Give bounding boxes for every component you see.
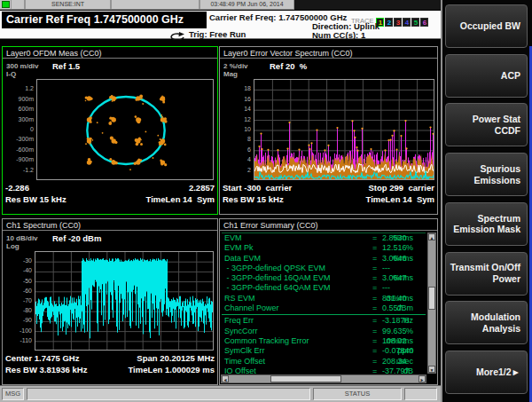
error-summary-panel[interactable]: Ch1 Error Summary (CC0) EVM=2.8530%rmsaE… [219,218,438,385]
metric-unit: m%rms [387,336,414,346]
res-bw-label: Res BW 3.81936 kHz [5,365,87,374]
equals-sign: = [372,357,377,367]
status-led-icon [2,1,10,8]
status-extra-cell [404,388,437,400]
metric-label: IQ Offset [224,367,256,374]
x-axis-labels: Start -300 carrier Stop 299 carrier [223,183,434,193]
equals-sign: = [372,367,377,374]
y-tick-label: -60 [3,288,32,294]
message-area [27,388,310,400]
error-summary-row: - 3GPP-defined 16QAM EVM=3.0647%rms [222,273,426,283]
horizontal-scrollbar[interactable]: ◄ ► [221,374,426,383]
ref-level-label: Ref -20 dBm [52,233,101,243]
error-summary-row: IQ Offset=-37.797dB [222,367,426,374]
equals-sign: = [372,346,377,356]
metric-unit: Hz [403,316,413,326]
time-len-label: TimeLen 1.000029 ms [128,365,215,374]
panel-footer: Res BW 15 kHz TimeLen 14 Sym [5,194,215,204]
menu-button-power-stat-ccdf[interactable]: Power Stat CCDF [445,103,528,146]
metric-unit: m%rms [387,294,414,303]
menu-button-acp[interactable]: ACP [445,54,528,98]
metric-label: Time Offset [224,357,265,367]
x-max-label: 2.2857 [189,183,215,193]
analyzer-screen: SENSE:INT 03:48:49 PM Jun 06, 2014 Carri… [0,0,532,402]
msg-label: MSG [2,388,24,400]
ofdm-meas-panel[interactable]: Layer0 OFDM Meas (CC0) 300 m/div Ref 1.5… [2,46,218,215]
x-axis-labels: Center 1.7475 GHz Span 20.20125 MHz [5,353,215,363]
y-tick-label: -40 [3,267,32,273]
error-vector-spectrum-plot [254,79,434,180]
active-function-readout: Carrier Ref Freq 1.747500000 GHz [2,12,207,28]
y-tick-label: 12 [220,116,251,122]
res-bw-label: Res BW 15 kHz [5,194,66,204]
y-tick-label: -100 [3,327,32,334]
y-tick-label: -110 [3,337,32,343]
measurement-grid: Layer0 OFDM Meas (CC0) 300 m/div Ref 1.5… [0,40,441,385]
softkey-menu: Occupied BWACPPower Stat CCDFSpurious Em… [441,0,532,402]
trace-5-indicator[interactable]: 5 [411,18,419,27]
vertical-scrollbar[interactable]: ▲ ▼ [427,233,436,374]
y-tick-label: 1.2 [3,85,34,91]
y-tick-label: -80 [3,307,32,313]
metric-value: --- [382,283,390,293]
metric-label: RS EVM [224,294,255,303]
stop-carrier-label: Stop 299 carrier [369,183,434,193]
error-summary-rows: EVM=2.8530%rmsaEVM Pk=12.516%aData EVM=3… [222,233,426,374]
metric-label: Freq Err [224,316,254,326]
metric-unit: %rms [393,254,413,264]
scroll-up-icon[interactable]: ▲ [428,233,435,240]
y-tick-label: -30 [3,257,32,264]
equals-sign: = [372,303,377,313]
scroll-down-icon[interactable]: ▼ [428,366,435,373]
metric-unit: usec [396,357,413,367]
trigger-annunciator: Trig: Free Run [189,29,246,39]
center-freq-label: Center 1.7475 GHz [5,353,79,363]
trace-digit-group: 123456 [375,12,428,28]
equals-sign: = [372,243,377,253]
metric-unit: dBm [396,303,413,313]
menu-button-transmit-on-off-power[interactable]: Transmit On/Off Power [445,252,528,296]
menu-button-modulation-analysis[interactable]: Modulation Analysis [445,301,528,344]
status-label: STATUS [313,388,402,400]
trace-3-indicator[interactable]: 3 [394,18,402,27]
menu-button-spectrum-emission-mask[interactable]: Spectrum Emission Mask [445,202,528,246]
y-tick-label: 14 [220,106,251,112]
scroll-right-icon[interactable]: ► [419,375,426,382]
spectrum-panel[interactable]: Ch1 Spectrum (CC0) 10 dB/div Ref -20 dBm… [2,218,218,385]
scroll-left-icon[interactable]: ◄ [222,375,229,382]
menu-button-more-1-2[interactable]: More1/2► [445,351,528,394]
menu-button-spurious-emissions[interactable]: Spurious Emissions [445,153,528,196]
ref-level-label: Ref 20 % [270,61,307,71]
trace-4-indicator[interactable]: 4 [403,18,411,27]
x-axis-labels: -2.286 2.2857 [5,183,215,193]
metric-label: EVM [224,233,242,243]
strip-cell-empty [11,0,25,9]
trace-2-indicator[interactable]: 2 [385,18,393,27]
y-tick-label: 2 [220,167,251,173]
y-tick-label: 0 [3,126,34,132]
horizontal-scroll-thumb[interactable] [270,375,341,382]
y-tick-label: 10 [220,126,251,132]
y-tick-label: 8 [220,136,251,142]
error-summary-row: Channel Power=0.557dBm [222,303,426,313]
num-cc-annunciator: Num CC(s): 1 [312,30,365,40]
error-summary-row: EVM Pk=12.516%a [222,243,426,253]
vertical-scroll-thumb[interactable] [428,287,435,310]
spectrum-plot [35,251,214,351]
panel-footer: Res BW 3.81936 kHz TimeLen 1.000029 ms [5,365,215,374]
start-carrier-label: Start -300 carrier [223,183,292,193]
y-tick-label: -50 [3,278,32,284]
constellation-plot [36,79,214,180]
equals-sign: = [372,327,377,336]
metric-label: SymClk Err [224,346,265,356]
y-tick-label: 16 [220,96,251,102]
trace-6-indicator[interactable]: 6 [420,18,428,27]
error-summary-row: Common Tracking Error=108.02m%rms [222,336,426,346]
sense-indicator: SENSE:INT [25,0,111,9]
error-vector-spectrum-panel[interactable]: Layer0 Error Vector Spectrum (CC0) 2 %/d… [219,46,438,215]
error-summary-row: Time Offset=208.34usec [222,357,426,367]
metric-label: Channel Power [224,303,279,313]
equals-sign: = [372,233,377,243]
menu-button-occupied-bw[interactable]: Occupied BW [445,4,528,48]
strip-dark-segment [294,0,441,10]
